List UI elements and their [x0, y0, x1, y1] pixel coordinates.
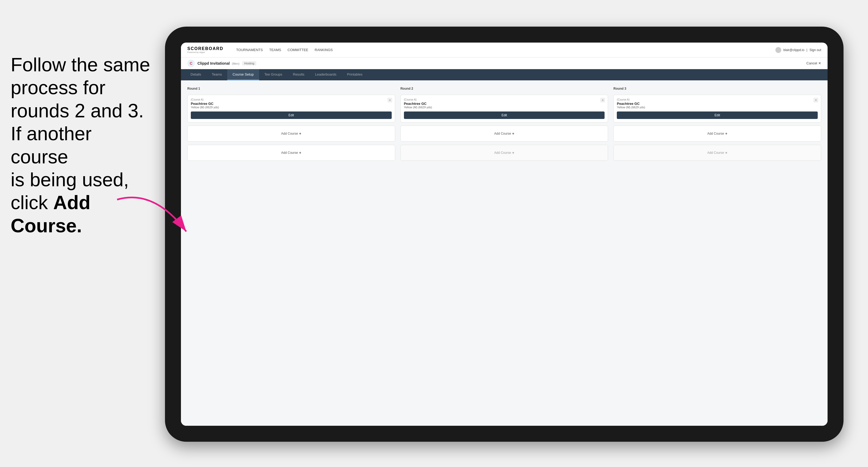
nav-rankings[interactable]: RANKINGS — [315, 47, 333, 53]
round-2-add-plus-2: + — [512, 151, 514, 155]
nav-separator: | — [807, 48, 807, 52]
instruction-panel: Follow the same process for rounds 2 and… — [0, 42, 165, 248]
round-1-add-plus-1: + — [299, 131, 301, 136]
sub-header-left: C Clippd Invitational (Men) Hosting — [187, 60, 256, 67]
tabs-bar: Details Teams Course Setup Tee Groups Re… — [181, 69, 828, 81]
round-3-add-course-text-1: Add Course + — [707, 131, 727, 136]
round-3-edit-button[interactable]: Edit — [617, 112, 818, 119]
round-2-add-plus-1: + — [512, 131, 514, 136]
sign-out-link[interactable]: Sign out — [809, 48, 821, 52]
tab-details[interactable]: Details — [185, 69, 207, 81]
round-1-add-course-2[interactable]: Add Course + — [187, 145, 395, 161]
instruction-text: Follow the same process for rounds 2 and… — [11, 54, 150, 236]
round-3-course-card: ✕ (Course A) Peachtree GC Yellow (M) (66… — [613, 95, 821, 122]
round-1-course-card: ✕ (Course A) Peachtree GC Yellow (M) (66… — [187, 95, 395, 122]
tournament-name: Clippd Invitational (Men) — [197, 61, 240, 65]
round-1-course-details: Yellow (M) (6629 yds) — [191, 106, 392, 109]
round-2-column: Round 2 ✕ (Course A) Peachtree GC Yellow… — [400, 87, 608, 161]
sub-header: C Clippd Invitational (Men) Hosting Canc… — [181, 58, 828, 69]
instruction-bold: Add Course. — [11, 192, 90, 236]
round-2-course-label: (Course A) — [404, 98, 605, 101]
user-email: blair@clippd.io — [783, 48, 804, 52]
round-1-add-course-text-2: Add Course + — [281, 151, 302, 155]
rounds-grid: Round 1 ✕ (Course A) Peachtree GC Yellow… — [187, 87, 821, 161]
scoreboard-logo: SCOREBOARD Powered by clippd — [187, 46, 223, 54]
nav-tournaments[interactable]: TOURNAMENTS — [236, 47, 263, 53]
logo-sub-text: Powered by clippd — [187, 51, 223, 54]
round-3-delete-icon[interactable]: ✕ — [813, 98, 818, 102]
round-2-add-course-2: Add Course + — [400, 145, 608, 161]
user-avatar — [775, 47, 781, 53]
round-1-add-course-text-1: Add Course + — [281, 131, 302, 136]
round-3-add-plus-2: + — [725, 151, 727, 155]
round-2-label: Round 2 — [400, 87, 608, 91]
round-1-course-name: Peachtree GC — [191, 102, 392, 106]
round-2-course-details: Yellow (M) (6629 yds) — [404, 106, 605, 109]
round-3-column: Round 3 ✕ (Course A) Peachtree GC Yellow… — [613, 87, 821, 161]
tab-tee-groups[interactable]: Tee Groups — [259, 69, 288, 81]
nav-teams[interactable]: TEAMS — [269, 47, 281, 53]
tab-course-setup[interactable]: Course Setup — [227, 69, 259, 81]
gender-tag: (Men) — [232, 62, 240, 65]
round-1-column: Round 1 ✕ (Course A) Peachtree GC Yellow… — [187, 87, 395, 161]
round-3-course-details: Yellow (M) (6629 yds) — [617, 106, 818, 109]
main-content: Round 1 ✕ (Course A) Peachtree GC Yellow… — [181, 81, 828, 426]
round-1-label: Round 1 — [187, 87, 395, 91]
round-2-add-course-1[interactable]: Add Course + — [400, 126, 608, 142]
round-2-edit-button[interactable]: Edit — [404, 112, 605, 119]
round-3-course-label: (Course A) — [617, 98, 818, 101]
round-2-add-course-text-2: Add Course + — [494, 151, 514, 155]
cancel-button[interactable]: Cancel ✕ — [807, 61, 821, 65]
round-1-add-plus-2: + — [299, 151, 301, 155]
round-1-edit-button[interactable]: Edit — [191, 112, 392, 119]
nav-right: blair@clippd.io | Sign out — [775, 47, 821, 53]
tab-teams[interactable]: Teams — [207, 69, 227, 81]
tablet-frame: SCOREBOARD Powered by clippd TOURNAMENTS… — [165, 27, 843, 442]
clippd-logo: C — [187, 60, 195, 67]
hosting-badge: Hosting — [242, 61, 256, 65]
tab-printables[interactable]: Printables — [342, 69, 368, 81]
round-2-course-card: ✕ (Course A) Peachtree GC Yellow (M) (66… — [400, 95, 608, 122]
round-3-add-plus-1: + — [725, 131, 727, 136]
nav-items: TOURNAMENTS TEAMS COMMITTEE RANKINGS — [236, 47, 767, 53]
round-2-course-name: Peachtree GC — [404, 102, 605, 106]
top-nav: SCOREBOARD Powered by clippd TOURNAMENTS… — [181, 42, 828, 58]
round-3-add-course-2: Add Course + — [613, 145, 821, 161]
round-3-add-course-1[interactable]: Add Course + — [613, 126, 821, 142]
round-1-course-label: (Course A) — [191, 98, 392, 101]
round-1-delete-icon[interactable]: ✕ — [388, 98, 392, 102]
logo-main-text: SCOREBOARD — [187, 46, 223, 51]
tab-results[interactable]: Results — [288, 69, 310, 81]
tablet-screen: SCOREBOARD Powered by clippd TOURNAMENTS… — [181, 42, 828, 426]
round-3-label: Round 3 — [613, 87, 821, 91]
round-3-course-name: Peachtree GC — [617, 102, 818, 106]
round-2-delete-icon[interactable]: ✕ — [600, 98, 605, 102]
nav-committee[interactable]: COMMITTEE — [288, 47, 308, 53]
round-3-add-course-text-2: Add Course + — [707, 151, 727, 155]
tab-leaderboards[interactable]: Leaderboards — [310, 69, 342, 81]
round-1-add-course-1[interactable]: Add Course + — [187, 126, 395, 142]
round-2-add-course-text-1: Add Course + — [494, 131, 514, 136]
